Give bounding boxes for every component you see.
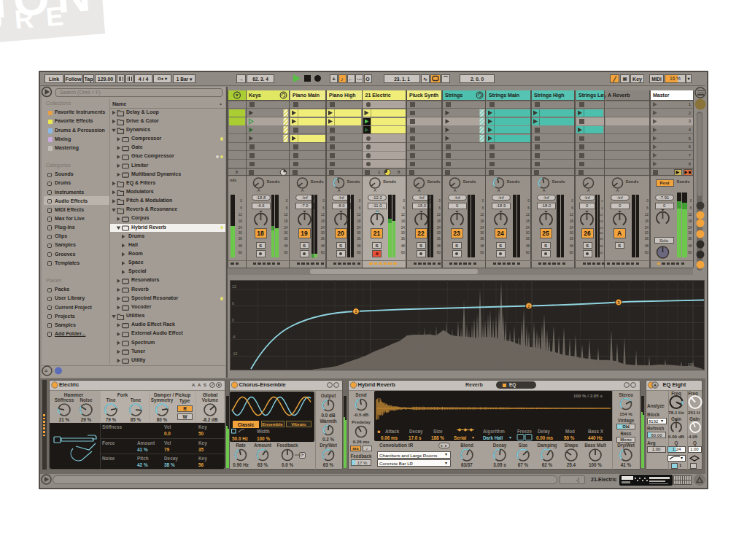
svg-text:24: 24: [401, 226, 406, 230]
svg-text:30: 30: [526, 231, 530, 235]
svg-text:24: 24: [284, 226, 288, 230]
svg-text:36: 36: [321, 237, 325, 241]
svg-text:30: 30: [321, 231, 325, 235]
svg-text:60: 60: [321, 251, 325, 254]
svg-text:60: 60: [526, 251, 530, 254]
svg-text:0: 0: [286, 199, 288, 203]
svg-text:30: 30: [688, 231, 692, 235]
svg-text:12: 12: [645, 213, 649, 217]
svg-text:48: 48: [437, 244, 441, 248]
svg-text:60: 60: [401, 251, 406, 254]
svg-text:6: 6: [482, 206, 484, 210]
svg-text:30: 30: [437, 231, 441, 235]
svg-text:18: 18: [284, 219, 288, 223]
svg-text:36: 36: [600, 237, 603, 241]
svg-text:30: 30: [570, 231, 574, 235]
svg-text:18: 18: [645, 219, 649, 223]
svg-text:30: 30: [600, 231, 603, 235]
svg-text:60: 60: [688, 251, 692, 254]
svg-text:24: 24: [437, 226, 441, 230]
svg-text:0: 0: [232, 318, 234, 322]
svg-text:24: 24: [357, 226, 361, 230]
svg-text:48: 48: [600, 244, 603, 248]
svg-text:36: 36: [645, 237, 649, 241]
svg-text:36: 36: [688, 237, 692, 241]
svg-text:nds: nds: [230, 178, 236, 182]
svg-text:6: 6: [601, 206, 603, 210]
svg-text:60: 60: [645, 251, 649, 254]
svg-text:48: 48: [688, 244, 692, 248]
svg-text:24: 24: [645, 226, 649, 230]
svg-text:36: 36: [570, 237, 574, 241]
svg-text:30: 30: [284, 231, 288, 235]
svg-text:48: 48: [570, 244, 574, 248]
svg-text:-12: -12: [232, 351, 238, 356]
svg-text:0: 0: [240, 199, 242, 203]
svg-text:30: 30: [239, 231, 243, 235]
svg-text:48: 48: [357, 244, 361, 248]
svg-text:12: 12: [401, 213, 406, 217]
svg-text:0: 0: [690, 199, 692, 203]
svg-text:30: 30: [357, 231, 361, 235]
svg-text:6: 6: [286, 206, 288, 210]
svg-text:18: 18: [600, 219, 603, 223]
svg-text:0: 0: [322, 199, 325, 203]
svg-text:48: 48: [401, 244, 406, 248]
svg-text:18: 18: [437, 219, 441, 223]
svg-text:0: 0: [403, 199, 405, 203]
svg-text:18: 18: [239, 219, 243, 223]
svg-text:12: 12: [688, 213, 692, 217]
svg-text:6: 6: [438, 206, 441, 210]
svg-text:18: 18: [570, 219, 574, 223]
svg-text:24: 24: [688, 226, 692, 230]
svg-text:12: 12: [570, 213, 574, 217]
svg-text:60: 60: [600, 251, 603, 254]
svg-text:36: 36: [437, 237, 441, 241]
svg-text:12: 12: [437, 213, 441, 217]
svg-text:18: 18: [401, 219, 406, 223]
svg-text:60: 60: [239, 251, 243, 254]
svg-text:12: 12: [357, 213, 361, 217]
svg-text:48: 48: [526, 244, 530, 248]
svg-text:0: 0: [601, 199, 603, 203]
svg-text:36: 36: [357, 237, 361, 241]
svg-text:36: 36: [526, 237, 530, 241]
svg-text:12: 12: [284, 213, 288, 217]
svg-text:24: 24: [526, 226, 530, 230]
svg-text:6: 6: [403, 206, 405, 210]
svg-text:60: 60: [284, 251, 288, 254]
svg-text:6: 6: [322, 206, 325, 210]
svg-text:24: 24: [321, 226, 325, 230]
svg-text:18: 18: [357, 219, 361, 223]
svg-text:48: 48: [480, 244, 484, 248]
svg-text:30: 30: [401, 231, 406, 235]
svg-text:36: 36: [480, 237, 484, 241]
svg-text:6: 6: [646, 206, 649, 210]
svg-text:6: 6: [690, 206, 692, 210]
svg-text:18: 18: [526, 219, 530, 223]
svg-text:6: 6: [571, 206, 573, 210]
svg-text:12: 12: [480, 213, 484, 217]
svg-text:48: 48: [645, 244, 649, 248]
svg-text:0: 0: [527, 199, 530, 203]
svg-text:48: 48: [321, 244, 325, 248]
svg-text:6: 6: [527, 206, 530, 210]
svg-text:12: 12: [232, 284, 236, 289]
svg-text:0: 0: [571, 199, 573, 203]
svg-text:18: 18: [480, 219, 484, 223]
svg-text:36: 36: [401, 237, 406, 241]
svg-text:6: 6: [359, 206, 361, 210]
svg-text:24: 24: [570, 226, 574, 230]
svg-text:12: 12: [239, 213, 243, 217]
svg-text:18: 18: [321, 219, 325, 223]
svg-text:12: 12: [526, 213, 530, 217]
svg-text:0: 0: [482, 199, 484, 203]
svg-text:6: 6: [240, 206, 242, 210]
svg-text:6: 6: [232, 301, 234, 306]
svg-text:36: 36: [284, 237, 288, 241]
svg-text:-6: -6: [232, 335, 236, 339]
svg-text:0: 0: [646, 199, 649, 203]
svg-text:18: 18: [688, 219, 692, 223]
svg-text:48: 48: [239, 244, 243, 248]
svg-text:60: 60: [437, 251, 441, 254]
